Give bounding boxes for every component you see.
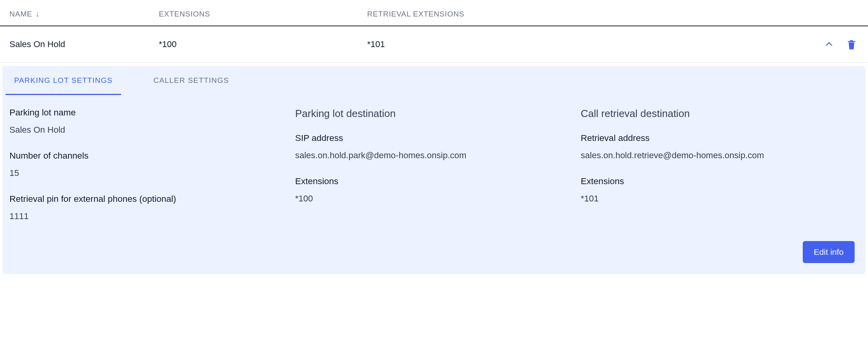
column-header-extensions[interactable]: EXTENSIONS xyxy=(159,9,367,18)
sort-descending-icon: ↓ xyxy=(35,9,40,18)
column-header-name-label: NAME xyxy=(9,10,32,18)
delete-row-button[interactable] xyxy=(844,37,859,51)
table-row[interactable]: Sales On Hold *100 *101 xyxy=(0,26,868,63)
collapse-row-button[interactable] xyxy=(822,38,836,51)
tab-parking-lot-settings[interactable]: PARKING LOT SETTINGS xyxy=(6,66,121,95)
sip-address-value: sales.on.hold.park@demo-homes.onsip.com xyxy=(295,150,573,161)
channels-label: Number of channels xyxy=(9,151,287,161)
parking-lot-name-label: Parking lot name xyxy=(9,108,287,118)
cell-retrieval-extensions: *101 xyxy=(367,39,815,49)
trash-icon xyxy=(846,39,857,50)
parking-lot-name-value: Sales On Hold xyxy=(9,125,287,135)
retrieval-pin-label: Retrieval pin for external phones (optio… xyxy=(9,194,287,204)
retrieval-pin-value: 1111 xyxy=(9,211,287,221)
cell-extensions: *100 xyxy=(159,39,367,49)
destination-extensions-value: *100 xyxy=(295,194,573,204)
retrieval-extensions-label: Extensions xyxy=(581,176,859,186)
chevron-up-icon xyxy=(824,39,834,49)
sip-address-label: SIP address xyxy=(295,133,573,143)
parking-lots-table: NAME ↓ EXTENSIONS RETRIEVAL EXTENSIONS S… xyxy=(0,0,868,274)
tab-caller-settings[interactable]: CALLER SETTINGS xyxy=(145,66,237,95)
detail-column-general: Parking lot name Sales On Hold Number of… xyxy=(9,108,287,237)
column-header-name[interactable]: NAME ↓ xyxy=(9,9,159,18)
detail-column-retrieval: Call retrieval destination Retrieval add… xyxy=(581,108,859,237)
channels-value: 15 xyxy=(9,168,287,178)
detail-tabs: PARKING LOT SETTINGS CALLER SETTINGS xyxy=(2,66,866,95)
retrieval-extensions-value: *101 xyxy=(581,194,859,204)
detail-body: Parking lot name Sales On Hold Number of… xyxy=(2,95,866,241)
destination-extensions-label: Extensions xyxy=(295,176,573,186)
edit-info-button[interactable]: Edit info xyxy=(803,241,855,263)
row-detail-panel: PARKING LOT SETTINGS CALLER SETTINGS Par… xyxy=(2,66,866,274)
column-header-retrieval-extensions[interactable]: RETRIEVAL EXTENSIONS xyxy=(367,9,815,18)
column-header-extensions-label: EXTENSIONS xyxy=(159,10,210,18)
cell-name: Sales On Hold xyxy=(9,39,159,49)
parking-destination-heading: Parking lot destination xyxy=(295,108,573,120)
retrieval-address-value: sales.on.hold.retrieve@demo-homes.onsip.… xyxy=(581,150,859,161)
retrieval-address-label: Retrieval address xyxy=(581,133,859,143)
detail-column-destination: Parking lot destination SIP address sale… xyxy=(295,108,573,237)
table-header: NAME ↓ EXTENSIONS RETRIEVAL EXTENSIONS xyxy=(0,0,868,26)
column-header-retrieval-label: RETRIEVAL EXTENSIONS xyxy=(367,10,464,18)
retrieval-destination-heading: Call retrieval destination xyxy=(581,108,859,120)
